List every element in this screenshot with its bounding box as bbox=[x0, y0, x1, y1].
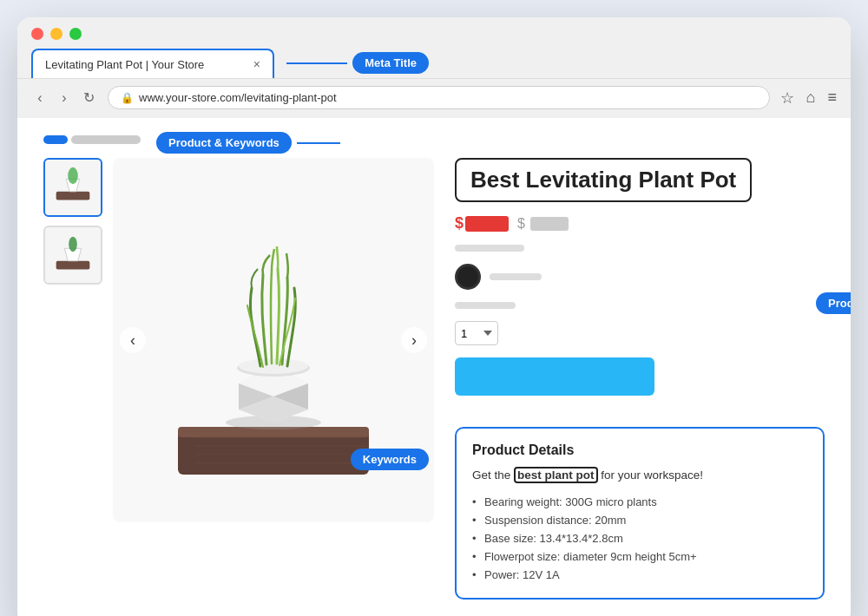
home-icon[interactable]: ⌂ bbox=[806, 88, 816, 108]
traffic-lights bbox=[31, 28, 837, 40]
image-section: ‹ bbox=[43, 158, 434, 600]
product-specs-list: Bearing weight: 300G micro plants Suspen… bbox=[472, 493, 807, 584]
breadcrumb bbox=[43, 135, 141, 144]
product-details-title: Product Details bbox=[472, 442, 807, 458]
thumbnails bbox=[43, 158, 102, 600]
original-price: $ bbox=[517, 216, 569, 232]
browser-window: Levitating Plant Pot | Your Store × Meta… bbox=[17, 17, 851, 616]
description-suffix: for your workspace! bbox=[598, 469, 704, 482]
keywords-annotation: Keywords bbox=[351, 449, 434, 470]
address-bar[interactable]: 🔒 www.your-store.com/levitating-plant-po… bbox=[108, 86, 770, 109]
toolbar-icons: ☆ ⌂ ≡ bbox=[780, 88, 837, 108]
thumbnail-2[interactable] bbox=[43, 226, 102, 285]
forward-button[interactable]: › bbox=[56, 89, 73, 107]
keywords-badge: Keywords bbox=[351, 449, 429, 470]
product-description: Get the best plant pot for your workspac… bbox=[472, 467, 807, 484]
description-prefix: Get the bbox=[472, 469, 514, 482]
product-description-badge: Product Description bbox=[816, 292, 851, 314]
color-label bbox=[490, 273, 542, 280]
svg-point-2 bbox=[68, 167, 78, 184]
lock-icon: 🔒 bbox=[121, 92, 134, 104]
product-keywords-badge: Product & Keywords bbox=[156, 132, 292, 154]
svg-rect-3 bbox=[56, 261, 90, 270]
reload-button[interactable]: ↻ bbox=[80, 89, 97, 107]
color-option-black[interactable] bbox=[455, 264, 481, 290]
spec-base-size: Base size: 13.4*13.4*2.8cm bbox=[472, 529, 807, 547]
svg-point-19 bbox=[239, 358, 308, 374]
bookmark-icon[interactable]: ☆ bbox=[780, 88, 794, 108]
carousel-prev-button[interactable]: ‹ bbox=[120, 327, 146, 353]
maximize-button[interactable] bbox=[69, 28, 82, 40]
tab-title: Levitating Plant Pot | Your Store bbox=[45, 58, 204, 71]
address-bar-row: ‹ › ↻ 🔒 www.your-store.com/levitating-pl… bbox=[17, 79, 851, 118]
color-selector bbox=[455, 264, 825, 290]
rating-bar bbox=[455, 245, 524, 252]
main-product-image: ‹ bbox=[113, 158, 434, 522]
meta-title-badge: Meta Title bbox=[352, 52, 429, 74]
product-title: Best Levitating Plant Pot bbox=[455, 158, 752, 202]
product-keywords-annotation: Product & Keywords bbox=[156, 132, 340, 154]
product-desc-annotation: Product Description bbox=[816, 292, 851, 429]
spec-power: Power: 12V 1A bbox=[472, 566, 807, 584]
back-button[interactable]: ‹ bbox=[31, 89, 49, 107]
breadcrumb-pill-inactive bbox=[71, 135, 141, 144]
carousel-next-button[interactable]: › bbox=[401, 327, 427, 353]
add-to-cart-button[interactable] bbox=[455, 357, 654, 396]
quantity-select[interactable]: 1 2 3 bbox=[455, 321, 498, 345]
product-title-wrapper: Best Levitating Plant Pot bbox=[455, 158, 825, 202]
breadcrumb-pill-active bbox=[43, 135, 68, 144]
tab-bar: Levitating Plant Pot | Your Store × Meta… bbox=[31, 49, 837, 78]
price-row: $ $ bbox=[455, 214, 825, 233]
dollar-orig-sign: $ bbox=[517, 216, 525, 232]
page-content: Product & Keywords bbox=[17, 118, 851, 616]
add-to-cart-wrapper bbox=[455, 357, 825, 413]
current-price: $ bbox=[455, 214, 509, 233]
dollar-sign: $ bbox=[455, 214, 464, 233]
address-text: www.your-store.com/levitating-plant-pot bbox=[139, 91, 757, 104]
breadcrumb-area: Product & Keywords bbox=[43, 135, 825, 144]
price-original-bar bbox=[530, 217, 569, 231]
spec-suspension: Suspension distance: 20mm bbox=[472, 511, 807, 529]
product-details-box: Product Details Get the best plant pot f… bbox=[455, 427, 825, 600]
browser-chrome: Levitating Plant Pot | Your Store × Meta… bbox=[17, 17, 851, 79]
product-area: ‹ bbox=[43, 158, 825, 600]
browser-tab[interactable]: Levitating Plant Pot | Your Store × Meta… bbox=[31, 49, 274, 78]
minimize-button[interactable] bbox=[50, 28, 62, 40]
nav-buttons: ‹ › ↻ bbox=[31, 89, 97, 107]
annotation-line bbox=[286, 62, 347, 64]
thumbnail-1[interactable] bbox=[43, 158, 102, 217]
svg-point-5 bbox=[69, 237, 77, 252]
annotation-connector-line bbox=[297, 142, 340, 144]
size-bar bbox=[455, 302, 516, 309]
spec-flowerpot-size: Flowerpot size: diameter 9cm height 5cm+ bbox=[472, 547, 807, 566]
tab-close-button[interactable]: × bbox=[253, 57, 260, 71]
product-info: Best Levitating Plant Pot $ $ bbox=[455, 158, 825, 600]
spec-bearing-weight: Bearing weight: 300G micro plants bbox=[472, 493, 807, 511]
close-button[interactable] bbox=[31, 28, 43, 40]
svg-rect-0 bbox=[56, 192, 90, 200]
price-value-bar bbox=[465, 216, 509, 232]
keyword-highlight: best plant pot bbox=[514, 467, 598, 483]
menu-icon[interactable]: ≡ bbox=[827, 88, 837, 108]
meta-title-annotation: Meta Title bbox=[286, 52, 429, 74]
